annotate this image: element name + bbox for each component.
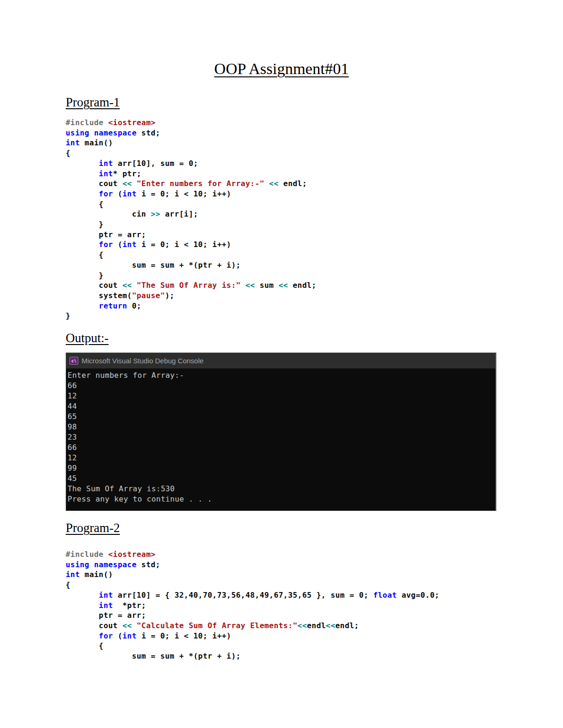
console-line: 45 — [68, 473, 493, 484]
code-line: #include <iostream> — [66, 549, 440, 560]
console-line: 44 — [68, 401, 493, 412]
output-heading: Output:- — [66, 331, 109, 345]
document-page: OOP Assignment#01 Program-1 #include <io… — [0, 0, 563, 728]
console-line: 65 — [68, 412, 493, 422]
console-line: Enter numbers for Array:- — [68, 370, 493, 381]
console-line: The Sum Of Array is:530 — [68, 484, 493, 494]
code-line: } — [66, 219, 316, 230]
console-line: 12 — [68, 391, 493, 401]
code-line: int arr[10], sum = 0; — [66, 158, 316, 169]
code-line: #include <iostream> — [66, 118, 316, 128]
code-line: using namespace std; — [66, 128, 316, 138]
program-1-code: #include <iostream>using namespace std;i… — [66, 118, 316, 321]
code-line: { — [66, 148, 316, 158]
code-line: cout << "The Sum Of Array is:" << sum <<… — [66, 280, 316, 291]
assignment-title: OOP Assignment#01 — [0, 60, 563, 78]
console-line: 98 — [68, 422, 493, 432]
code-line: cout << "Calculate Sum Of Array Elements… — [66, 621, 440, 631]
console-line: 99 — [68, 463, 493, 473]
code-line: { — [66, 580, 440, 590]
code-line: } — [66, 270, 316, 281]
program-2-code: #include <iostream>using namespace std;i… — [66, 549, 440, 661]
code-line: sum = sum + *(ptr + i); — [66, 260, 316, 270]
code-line: int main() — [66, 570, 440, 580]
console-title-bar: c\ Microsoft Visual Studio Debug Console — [66, 353, 495, 368]
code-line: for (int i = 0; i < 10; i++) — [66, 631, 440, 641]
debug-console-window: c\ Microsoft Visual Studio Debug Console… — [66, 353, 496, 511]
program-2-heading: Program-2 — [66, 521, 120, 535]
code-line: { — [66, 250, 316, 260]
code-line: return 0; — [66, 301, 316, 311]
debug-console-icon: c\ — [69, 357, 78, 365]
code-line: using namespace std; — [66, 560, 440, 570]
program-1-heading: Program-1 — [66, 95, 120, 110]
code-line: ptr = arr; — [66, 610, 440, 621]
console-line: 12 — [68, 453, 493, 463]
code-line: ptr = arr; — [66, 230, 316, 240]
console-line: 23 — [68, 432, 493, 443]
code-line: for (int i = 0; i < 10; i++) — [66, 189, 316, 199]
code-line: int arr[10] = { 32,40,70,73,56,48,49,67,… — [66, 590, 440, 600]
console-line: 66 — [68, 381, 493, 391]
code-line: { — [66, 641, 440, 651]
code-line: cout << "Enter numbers for Array:-" << e… — [66, 179, 316, 189]
console-output: Enter numbers for Array:-661244659823661… — [66, 368, 495, 504]
code-line: int *ptr; — [66, 600, 440, 611]
console-title: Microsoft Visual Studio Debug Console — [82, 357, 204, 365]
code-line: int* ptr; — [66, 169, 316, 179]
code-line: for (int i = 0; i < 10; i++) — [66, 240, 316, 250]
code-line: int main() — [66, 138, 316, 148]
console-line: 66 — [68, 443, 493, 453]
console-line: Press any key to continue . . . — [68, 494, 493, 504]
code-line: } — [66, 311, 316, 321]
code-line: sum = sum + *(ptr + i); — [66, 651, 440, 661]
code-line: system("pause"); — [66, 291, 316, 301]
code-line: cin >> arr[i]; — [66, 209, 316, 219]
code-line: { — [66, 199, 316, 210]
